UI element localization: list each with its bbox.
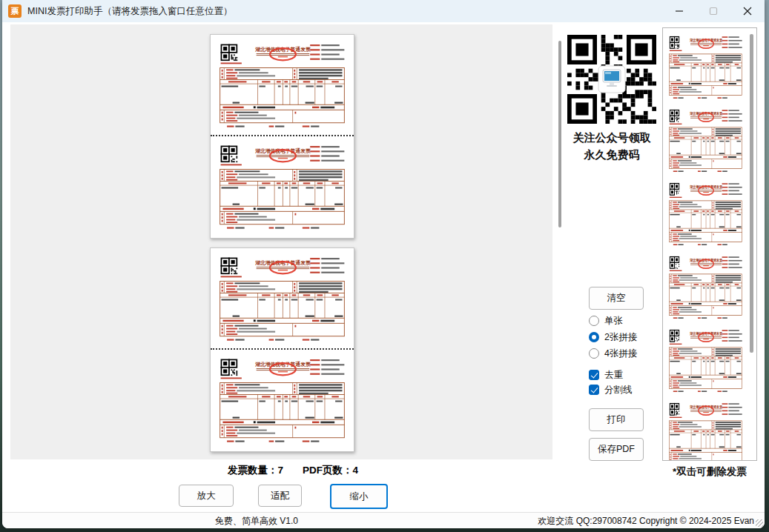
thumbnail-list[interactable]: 湖北增值税电子普通发票湖北增值税电子普通发票湖北增值税电子普通发票湖北增值税电子… <box>662 27 757 461</box>
radio-label: 2张拼接 <box>604 331 637 344</box>
checkbox-分割线[interactable]: 分割线 <box>589 384 633 396</box>
checkbox-icon <box>589 385 599 395</box>
maximize-button[interactable] <box>696 0 730 22</box>
titlebar: 票 MINI发票打印助手（请将发票拖入窗口任意位置） <box>2 0 765 22</box>
invoice-preview: 湖北增值税电子普通发票 <box>216 39 349 131</box>
statusbar: 免费、简单高效 V1.0 欢迎交流 QQ:297008742 Copyright… <box>2 512 765 528</box>
radio-icon <box>589 316 599 326</box>
radio-icon <box>589 332 599 342</box>
preview-page-1: 湖北增值税电子普通发票湖北增值税电子普通发票 <box>210 34 354 239</box>
radio-4张拼接[interactable]: 4张拼接 <box>589 348 637 359</box>
minimize-icon <box>675 7 684 16</box>
checkbox-label: 去重 <box>604 369 623 382</box>
thumbnail-hint: *双击可删除发票 <box>662 465 757 479</box>
checkbox-label: 分割线 <box>604 384 633 396</box>
svg-text:湖北增值税电子普通发票: 湖北增值税电子普通发票 <box>254 46 311 53</box>
zoom-out-button[interactable]: 缩小 <box>330 484 388 509</box>
svg-text:湖北增值税电子普通发票: 湖北增值税电子普通发票 <box>254 361 311 368</box>
preview-scrollbar[interactable] <box>558 24 562 459</box>
zoom-in-button[interactable]: 放大 <box>179 485 234 507</box>
radio-icon <box>589 348 599 359</box>
invoice-preview: 湖北增值税电子普通发票 <box>216 253 349 345</box>
svg-text:湖北增值税电子普通发票: 湖北增值税电子普通发票 <box>689 37 722 43</box>
app-icon: 票 <box>8 4 22 18</box>
svg-text:湖北增值税电子普通发票: 湖北增值税电子普通发票 <box>689 257 722 263</box>
status-right-text: 欢迎交流 QQ:297008742 Copyright © 2024-2025 … <box>538 515 754 528</box>
invoice-count-label: 发票数量： <box>228 465 278 476</box>
counts-line: 发票数量：7PDF页数：4 <box>228 464 358 477</box>
window-controls <box>662 0 765 22</box>
thumbnail-list-scrollbar-thumb[interactable] <box>750 34 753 353</box>
page-divider-line <box>211 135 354 136</box>
qr-code <box>567 35 656 124</box>
close-icon <box>743 7 752 16</box>
invoice-thumbnail-3[interactable]: 湖北增值税电子普通发票 <box>667 179 745 248</box>
print-button[interactable]: 打印 <box>589 408 644 431</box>
save-pdf-button[interactable]: 保存PDF <box>589 438 644 461</box>
radio-单张[interactable]: 单张 <box>589 315 623 327</box>
qr-caption-line2: 永久免费码 <box>552 146 671 163</box>
desktop-background: 票 MINI发票打印助手（请将发票拖入窗口任意位置） 湖北增值 <box>0 0 769 532</box>
invoice-thumbnail-2[interactable]: 湖北增值税电子普通发票 <box>667 106 745 175</box>
resize-grip[interactable] <box>756 519 763 527</box>
invoice-thumbnail-4[interactable]: 湖北增值税电子普通发票 <box>667 253 745 322</box>
checkbox-icon <box>589 370 599 380</box>
checkbox-去重[interactable]: 去重 <box>589 369 623 381</box>
pdf-pages-label: PDF页数： <box>303 465 353 476</box>
invoice-thumbnail-6[interactable]: 湖北增值税电子普通发票 <box>667 399 745 461</box>
status-left-text: 免费、简单高效 V1.0 <box>215 515 298 528</box>
svg-text:湖北增值税电子普通发票: 湖北增值税电子普通发票 <box>689 110 722 116</box>
svg-text:湖北增值税电子普通发票: 湖北增值税电子普通发票 <box>254 147 311 154</box>
invoice-preview: 湖北增值税电子普通发票 <box>216 141 349 233</box>
qr-caption-line1: 关注公众号领取 <box>552 129 671 146</box>
svg-text:湖北增值税电子普通发票: 湖北增值税电子普通发票 <box>254 259 311 266</box>
clear-button[interactable]: 清空 <box>589 287 644 310</box>
preview-page-2: 湖北增值税电子普通发票湖北增值税电子普通发票 <box>210 247 354 452</box>
radio-label: 单张 <box>604 315 623 327</box>
invoice-count-value: 7 <box>278 465 284 476</box>
minimize-button[interactable] <box>662 0 696 22</box>
window-title: MINI发票打印助手（请将发票拖入窗口任意位置） <box>27 5 232 18</box>
svg-text:湖北增值税电子普通发票: 湖北增值税电子普通发票 <box>689 404 722 410</box>
invoice-thumbnail-5[interactable]: 湖北增值税电子普通发票 <box>667 326 745 395</box>
close-button[interactable] <box>730 0 765 22</box>
pdf-pages-value: 4 <box>353 465 359 476</box>
app-window: 票 MINI发票打印助手（请将发票拖入窗口任意位置） 湖北增值 <box>2 0 765 528</box>
invoice-preview: 湖北增值税电子普通发票 <box>216 354 349 446</box>
invoice-thumbnail-1[interactable]: 湖北增值税电子普通发票 <box>667 33 745 102</box>
svg-text:湖北增值税电子普通发票: 湖北增值税电子普通发票 <box>689 330 722 336</box>
preview-area[interactable]: 湖北增值税电子普通发票湖北增值税电子普通发票湖北增值税电子普通发票湖北增值税电子… <box>10 24 552 459</box>
qr-caption: 关注公众号领取 永久免费码 <box>552 129 671 163</box>
page-divider-line <box>211 348 354 350</box>
svg-text:湖北增值税电子普通发票: 湖北增值税电子普通发票 <box>689 184 722 190</box>
maximize-icon <box>709 7 718 16</box>
radio-label: 4张拼接 <box>604 348 637 360</box>
radio-2张拼接[interactable]: 2张拼接 <box>589 331 637 343</box>
fit-button[interactable]: 适配 <box>258 485 302 507</box>
